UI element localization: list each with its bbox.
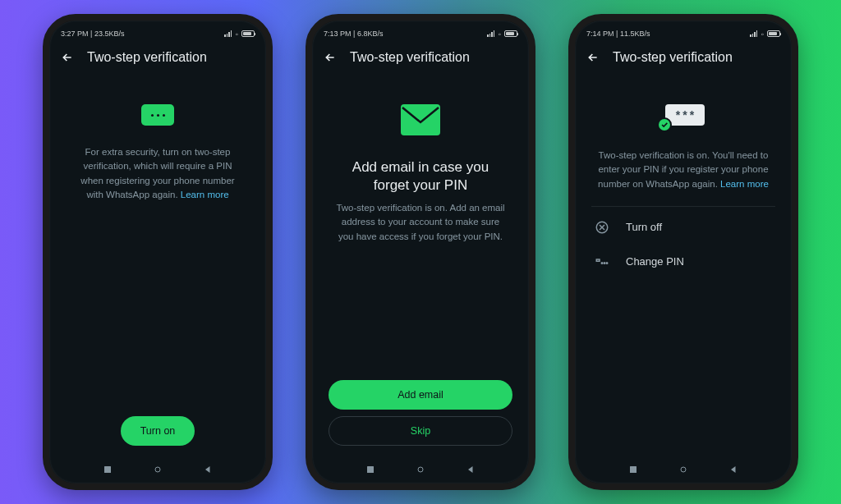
nav-bar bbox=[575, 459, 792, 483]
status-indicators: ◦ bbox=[224, 30, 255, 39]
heading-text: Add email in case you forget your PIN bbox=[329, 158, 512, 195]
content-area: For extra security, turn on two-step ver… bbox=[49, 76, 266, 416]
nav-home-icon[interactable] bbox=[678, 465, 688, 474]
item-label: Turn off bbox=[626, 221, 662, 233]
app-bar: Two-step verification bbox=[575, 42, 792, 76]
back-icon[interactable] bbox=[324, 51, 337, 64]
nav-recent-icon[interactable] bbox=[365, 465, 375, 474]
page-title: Two-step verification bbox=[87, 50, 207, 65]
nav-home-icon[interactable] bbox=[153, 465, 163, 474]
status-indicators: ◦ bbox=[487, 30, 517, 39]
signal-icon bbox=[487, 30, 494, 37]
checkmark-icon bbox=[657, 117, 672, 132]
change-pin-item[interactable]: Change PIN bbox=[591, 245, 775, 279]
nav-bar bbox=[49, 459, 266, 483]
status-bar: 7:13 PM | 6.8KB/s ◦ bbox=[312, 25, 529, 42]
nav-recent-icon[interactable] bbox=[628, 465, 638, 474]
content-area: Add email in case you forget your PIN Tw… bbox=[312, 76, 529, 380]
svg-point-1 bbox=[155, 467, 160, 472]
item-label: Change PIN bbox=[626, 255, 684, 268]
nav-back-icon[interactable] bbox=[466, 465, 476, 474]
svg-point-7 bbox=[601, 263, 603, 264]
svg-rect-2 bbox=[401, 104, 440, 135]
app-bar: Two-step verification bbox=[49, 42, 266, 76]
svg-point-9 bbox=[606, 263, 608, 264]
svg-rect-6 bbox=[596, 259, 600, 261]
wifi-icon: ◦ bbox=[498, 30, 501, 39]
status-bar: 7:14 PM | 11.5KB/s ◦ bbox=[575, 25, 792, 42]
nav-back-icon[interactable] bbox=[203, 465, 213, 474]
turn-off-item[interactable]: Turn off bbox=[591, 210, 775, 245]
back-icon[interactable] bbox=[61, 51, 74, 64]
back-icon[interactable] bbox=[586, 51, 600, 64]
pin-hero-icon bbox=[141, 104, 174, 126]
phone-screen-2: 7:13 PM | 6.8KB/s ◦ Two-step verificatio… bbox=[306, 14, 535, 490]
phone-screen-3: 7:14 PM | 11.5KB/s ◦ Two-step verificati… bbox=[568, 14, 798, 490]
envelope-hero-icon bbox=[401, 104, 440, 139]
wifi-icon: ◦ bbox=[235, 30, 238, 39]
status-time: 7:13 PM | 6.8KB/s bbox=[324, 30, 383, 38]
signal-icon bbox=[750, 30, 757, 37]
wifi-icon: ◦ bbox=[761, 30, 764, 39]
nav-back-icon[interactable] bbox=[728, 465, 738, 474]
add-email-button[interactable]: Add email bbox=[329, 380, 512, 410]
battery-icon bbox=[767, 30, 780, 37]
skip-button[interactable]: Skip bbox=[329, 416, 512, 446]
pin-verified-hero-icon: *** bbox=[662, 104, 705, 129]
nav-home-icon[interactable] bbox=[416, 465, 425, 474]
svg-point-4 bbox=[418, 467, 423, 472]
svg-rect-10 bbox=[630, 466, 636, 473]
nav-recent-icon[interactable] bbox=[103, 465, 113, 474]
battery-icon bbox=[241, 30, 255, 37]
svg-rect-0 bbox=[104, 466, 111, 473]
bottom-actions: Turn on bbox=[49, 416, 266, 459]
description-text: Two-step verification is on. You'll need… bbox=[591, 149, 775, 191]
turn-off-icon bbox=[595, 220, 609, 235]
svg-rect-3 bbox=[367, 466, 374, 473]
turn-on-button[interactable]: Turn on bbox=[121, 416, 195, 446]
divider bbox=[591, 206, 775, 207]
learn-more-link[interactable]: Learn more bbox=[181, 190, 229, 199]
svg-point-11 bbox=[681, 467, 686, 472]
nav-bar bbox=[312, 459, 529, 483]
description-text: For extra security, turn on two-step ver… bbox=[66, 145, 250, 202]
bottom-actions: Add email Skip bbox=[312, 380, 529, 459]
app-bar: Two-step verification bbox=[312, 42, 529, 76]
learn-more-link[interactable]: Learn more bbox=[720, 179, 769, 189]
battery-icon bbox=[504, 30, 517, 37]
content-area: *** Two-step verification is on. You'll … bbox=[575, 76, 792, 459]
status-bar: 3:27 PM | 23.5KB/s ◦ bbox=[49, 25, 266, 42]
phone-screen-1: 3:27 PM | 23.5KB/s ◦ Two-step verificati… bbox=[43, 14, 273, 490]
change-pin-icon bbox=[595, 254, 609, 269]
signal-icon bbox=[224, 30, 232, 37]
page-title: Two-step verification bbox=[350, 50, 470, 65]
status-indicators: ◦ bbox=[750, 30, 780, 39]
page-title: Two-step verification bbox=[613, 50, 733, 65]
status-time: 7:14 PM | 11.5KB/s bbox=[586, 30, 650, 38]
status-time: 3:27 PM | 23.5KB/s bbox=[61, 30, 124, 38]
svg-point-8 bbox=[604, 263, 605, 264]
description-text: Two-step verification is on. Add an emai… bbox=[329, 201, 512, 244]
